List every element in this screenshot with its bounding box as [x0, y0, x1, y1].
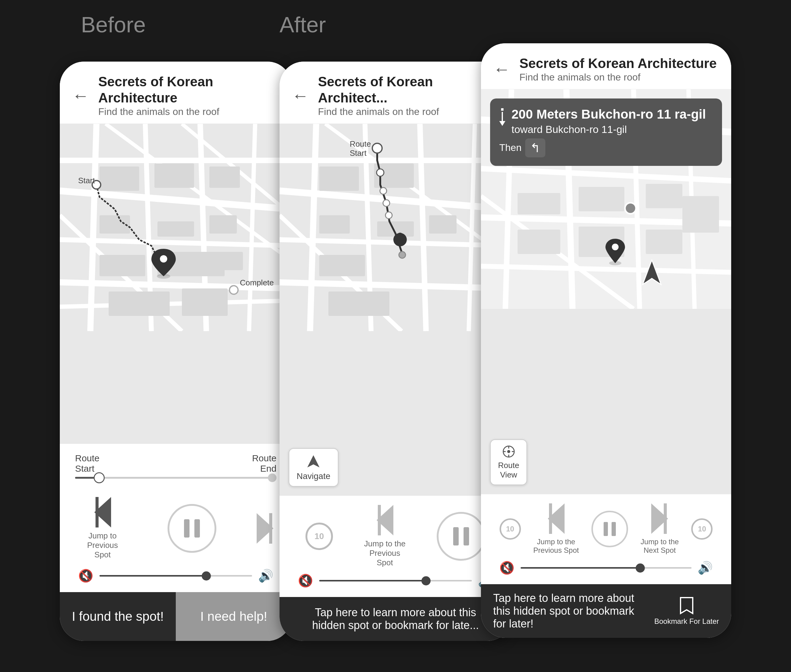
route-view-button[interactable]: Route View	[490, 439, 527, 485]
svg-point-29	[229, 286, 238, 294]
svg-point-51	[383, 200, 390, 206]
svg-point-49	[377, 169, 384, 176]
pause-button-after-front[interactable]	[591, 511, 628, 547]
svg-rect-69	[646, 184, 682, 208]
loud-icon-before: 🔊	[258, 569, 273, 583]
svg-point-50	[380, 187, 387, 194]
pause-button-after-back[interactable]	[437, 512, 486, 561]
header-subtitle-after-back: Find the animals on the roof	[318, 106, 499, 117]
pause-button-before[interactable]	[167, 504, 217, 553]
header-title-before: Secrets of Korean Architecture	[98, 74, 279, 106]
mute-icon-before: 🔇	[78, 569, 93, 583]
svg-text:Start: Start	[350, 149, 367, 158]
prev-label-after-front: Jump to the Previous Spot	[533, 538, 579, 555]
direction-banner: 200 Meters Bukchon-ro 11 ra-gil toward B…	[490, 99, 722, 166]
svg-point-76	[612, 243, 619, 250]
prev-icon-before	[94, 497, 111, 528]
svg-marker-85	[680, 598, 693, 613]
tap-bar-after-front[interactable]: Tap here to learn more about this hidden…	[481, 584, 731, 638]
phone-before: ← Secrets of Korean Architecture Find th…	[60, 62, 292, 641]
back-button-before[interactable]: ←	[72, 86, 89, 106]
header-title-after-back: Secrets of Korean Architect...	[318, 74, 499, 106]
next-label-after-front: Jump to the Next Spot	[640, 538, 679, 555]
svg-rect-72	[518, 193, 560, 214]
next-icon-after-front	[651, 503, 668, 534]
svg-rect-18	[209, 215, 237, 234]
pause-circle-after-front	[591, 511, 628, 547]
svg-rect-20	[99, 255, 145, 276]
svg-rect-21	[209, 252, 243, 270]
svg-point-54	[397, 233, 403, 239]
svg-point-48	[372, 143, 382, 153]
svg-rect-15	[209, 166, 240, 188]
found-button[interactable]: I found the spot!	[60, 592, 176, 641]
svg-text:Start: Start	[78, 176, 95, 185]
svg-point-26	[160, 255, 167, 262]
phone-after-back: ← Secrets of Korean Architect... Find th…	[279, 62, 512, 641]
svg-rect-71	[646, 230, 682, 254]
controls-after-front: 10 Jump to the Previous Spot Jump to the	[481, 494, 731, 558]
pause-circle-after-back	[437, 512, 486, 561]
prev-button-after-front[interactable]: Jump to the Previous Spot	[533, 503, 579, 555]
back-button-after-front[interactable]: ←	[493, 59, 510, 79]
svg-rect-41	[319, 166, 359, 191]
svg-rect-74	[682, 196, 719, 233]
svg-rect-45	[429, 215, 457, 234]
navigate-label: Navigate	[297, 471, 331, 481]
svg-point-80	[507, 450, 510, 453]
volume-slider-after-back[interactable]	[319, 580, 472, 581]
label-before: Before	[81, 12, 146, 37]
bookmark-label: Bookmark For Later	[654, 617, 719, 626]
replay-button-after-front[interactable]: 10	[499, 518, 521, 540]
map-after-front: 200 Meters Bukchon-ro 11 ra-gil toward B…	[481, 90, 731, 494]
route-end-label: Route End	[252, 453, 276, 474]
svg-point-55	[399, 251, 406, 258]
replay-button-after-front-2[interactable]: 10	[691, 518, 712, 540]
controls-before: Jump to Previous Spot	[60, 488, 292, 566]
svg-point-78	[625, 203, 636, 214]
svg-point-52	[385, 212, 392, 219]
header-after-front: ← Secrets of Korean Architecture Find th…	[481, 43, 731, 90]
prev-button-after-back[interactable]: Jump to the Previous Spot	[360, 505, 409, 567]
svg-rect-13	[99, 166, 139, 191]
svg-rect-46	[319, 255, 365, 276]
next-button-after-front[interactable]: Jump to the Next Spot	[640, 503, 679, 555]
controls-after-back: 10 Jump to the Previous Spot	[279, 496, 512, 570]
prev-label-before: Jump to Previous Spot	[78, 531, 127, 560]
svg-rect-22	[109, 291, 170, 316]
map-after-back: Route Start Navigate	[279, 124, 512, 496]
header-title-after-front: Secrets of Korean Architecture	[520, 56, 717, 72]
then-label: Then	[499, 142, 521, 154]
svg-text:Complete: Complete	[240, 278, 274, 287]
pause-circle-before	[167, 504, 217, 553]
replay-icon-after-back: 10	[305, 523, 333, 550]
mute-icon-after-back: 🔇	[298, 573, 313, 588]
bookmark-button[interactable]: Bookmark For Later	[654, 597, 719, 626]
svg-rect-73	[518, 230, 560, 254]
volume-slider-after-front[interactable]	[521, 567, 692, 569]
route-start-label: Route Start	[75, 453, 99, 474]
volume-slider-before[interactable]	[99, 575, 252, 576]
volume-after-front: 🔇 🔊	[481, 558, 731, 584]
back-button-after-back[interactable]: ←	[292, 86, 309, 106]
svg-rect-23	[182, 288, 228, 316]
svg-rect-17	[157, 221, 194, 237]
next-button-before[interactable]	[257, 513, 273, 544]
mute-icon-after-front: 🔇	[499, 561, 515, 575]
direction-distance: 200 Meters Bukchon-ro 11 ra-gil	[512, 107, 706, 122]
next-icon-before	[257, 513, 273, 544]
navigate-button[interactable]: Navigate	[289, 448, 339, 486]
svg-rect-68	[579, 187, 624, 211]
prev-label-after-back: Jump to the Previous Spot	[360, 539, 409, 567]
direction-toward: toward Bukchon-ro 11-gil	[512, 123, 706, 135]
tap-bar-after-back[interactable]: Tap here to learn more about this hidden…	[279, 597, 512, 641]
svg-rect-47	[328, 291, 389, 316]
prev-button-before[interactable]: Jump to Previous Spot	[78, 497, 127, 560]
progress-slider[interactable]	[75, 477, 276, 479]
loud-icon-after-front: 🔊	[698, 561, 713, 575]
header-subtitle-after-front: Find the animals on the roof	[520, 72, 717, 83]
bottom-buttons-before: I found the spot! I need help!	[60, 592, 292, 641]
header-after-back: ← Secrets of Korean Architect... Find th…	[279, 62, 512, 124]
replay-button-after-back[interactable]: 10	[305, 523, 333, 550]
help-button[interactable]: I need help!	[176, 592, 292, 641]
